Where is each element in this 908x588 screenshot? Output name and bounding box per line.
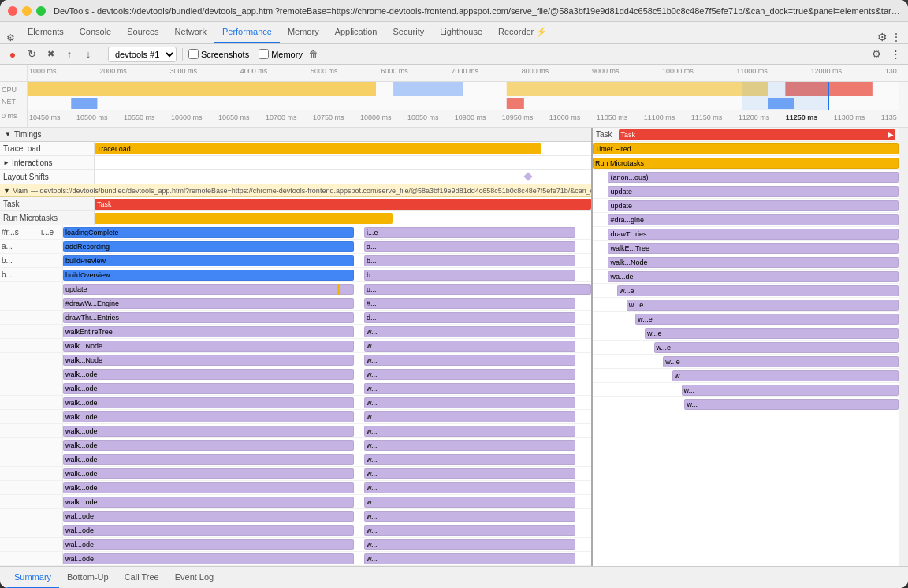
walk-block-left-13[interactable]: wal...ode [63, 553, 354, 564]
walk-block-right-2[interactable]: w... [364, 397, 575, 408]
walk-block-left-11[interactable]: wal...ode [63, 525, 354, 536]
interactions-content[interactable] [95, 156, 591, 169]
walk-block-right-10[interactable]: w... [364, 511, 575, 522]
right-walk-block-3[interactable]: w...e [645, 328, 899, 339]
tab-network[interactable]: Network [167, 21, 214, 43]
right-update1-block[interactable]: update [608, 186, 899, 197]
walk-block-left-9[interactable]: walk...ode [63, 497, 354, 508]
tab-lighthouse[interactable]: Lighthouse [432, 21, 490, 43]
timerfired-block[interactable]: Timer Fired [593, 143, 899, 154]
close-button[interactable] [8, 6, 17, 16]
more-icon[interactable]: ⋮ [891, 31, 902, 43]
walk-block-left-7[interactable]: walk...ode [63, 468, 354, 479]
trash-button[interactable]: 🗑 [306, 47, 322, 62]
microtasks-bar[interactable] [95, 213, 393, 224]
walk-block-right-8[interactable]: w... [364, 482, 575, 493]
w-block2[interactable]: w... [364, 341, 575, 352]
walk-block-left-10[interactable]: wal...ode [63, 511, 354, 522]
flame-scroll-area[interactable]: #r...s i...e loadingComplete i...e a... … [0, 225, 591, 566]
wade-block[interactable]: wa...de [608, 271, 899, 282]
right-task-bar[interactable]: Task ▶ [619, 129, 895, 140]
tab-application[interactable]: Application [327, 21, 385, 43]
right-walk-block-0[interactable]: w...e [617, 285, 899, 296]
tab-memory[interactable]: Memory [280, 21, 327, 43]
loading-complete-block[interactable]: loadingComplete [63, 227, 354, 238]
d-block[interactable]: d... [364, 312, 575, 323]
walk-block-right-6[interactable]: w... [364, 454, 575, 465]
walk-block-right-1[interactable]: w... [364, 383, 575, 394]
walk-block-left-8[interactable]: walk...ode [63, 482, 354, 493]
selection-highlight[interactable] [742, 82, 829, 110]
right-walknode-block[interactable]: walk...Node [608, 257, 899, 268]
right-walk-block-5[interactable]: w...e [663, 356, 899, 367]
walk-block-left-3[interactable]: walk...ode [63, 411, 354, 422]
right-walktree-block[interactable]: walkE...Tree [608, 243, 899, 254]
tab-bottomup[interactable]: Bottom-Up [59, 567, 117, 589]
right-walk-block-8[interactable]: w... [684, 399, 899, 410]
tab-security[interactable]: Security [385, 21, 432, 43]
walk-block-right-12[interactable]: w... [364, 539, 575, 550]
walk-block-right-0[interactable]: w... [364, 369, 575, 380]
walk-block-right-11[interactable]: w... [364, 525, 575, 536]
traceload-bar[interactable]: TraceLoad [95, 143, 541, 154]
walk-block-right-4[interactable]: w... [364, 426, 575, 437]
reload-button[interactable]: ↻ [24, 47, 39, 62]
ie-block[interactable]: i...e [364, 227, 575, 238]
walk-block-right-9[interactable]: w... [364, 497, 575, 508]
walktree-block[interactable]: walkEntireTree [63, 326, 354, 337]
drawentries-block[interactable]: drawThr...Entries [63, 312, 354, 323]
right-walk-block-1[interactable]: w...e [627, 300, 899, 311]
memory-checkbox[interactable] [259, 49, 269, 59]
walk-block-left-1[interactable]: walk...ode [63, 383, 354, 394]
settings-button[interactable]: ⚙ [869, 47, 884, 62]
record-button[interactable]: ● [5, 47, 20, 62]
settings-icon[interactable]: ⚙ [877, 31, 888, 43]
drawtries-block[interactable]: drawT...ries [608, 229, 899, 240]
screenshots-checkbox[interactable] [188, 49, 199, 59]
layout-shifts-content[interactable] [95, 170, 591, 184]
right-walk-block-2[interactable]: w...e [635, 314, 899, 325]
right-flame-area[interactable]: Timer Fired Run Microtasks (anon...ous) [593, 142, 899, 566]
right-walk-block-4[interactable]: w...e [654, 342, 899, 353]
anon-block[interactable]: (anon...ous) [608, 172, 899, 183]
tab-recorder[interactable]: Recorder ⚡ [490, 21, 555, 43]
hash-block[interactable]: #... [364, 298, 575, 309]
addrecording-block[interactable]: addRecording [63, 241, 354, 252]
clear-button[interactable]: ✖ [43, 47, 58, 62]
buildoverview-block[interactable]: buildOverview [63, 270, 354, 281]
tab-performance[interactable]: Performance [214, 21, 280, 43]
overview-canvas[interactable] [28, 82, 899, 110]
minimize-button[interactable] [22, 6, 32, 16]
right-microtasks-block[interactable]: Run Microtasks [593, 158, 899, 169]
b-block2[interactable]: b... [364, 270, 575, 281]
more-button[interactable]: ⋮ [888, 47, 903, 62]
devtools-icon[interactable]: ⚙ [6, 32, 15, 43]
walk-block-right-5[interactable]: w... [364, 440, 575, 451]
w-block1[interactable]: w... [364, 326, 575, 337]
right-update2-block[interactable]: update [608, 200, 899, 211]
tab-calltree[interactable]: Call Tree [117, 567, 167, 589]
b-block1[interactable]: b... [364, 255, 575, 266]
tab-elements[interactable]: Elements [20, 21, 72, 43]
drawengine-block[interactable]: #drawW...Engine [63, 298, 354, 309]
walk-block-left-4[interactable]: walk...ode [63, 426, 354, 437]
dragine-block[interactable]: #dra...gine [608, 214, 899, 225]
u-block[interactable]: u... [364, 284, 591, 295]
upload-button[interactable]: ↑ [61, 47, 77, 62]
right-walk-block-6[interactable]: w... [672, 370, 899, 381]
walknode2-block[interactable]: walk...Node [63, 355, 354, 366]
a-block[interactable]: a... [364, 241, 575, 252]
download-button[interactable]: ↓ [80, 47, 96, 62]
maximize-button[interactable] [36, 6, 46, 16]
task-bar[interactable]: Task [95, 199, 591, 210]
walk-block-left-6[interactable]: walk...ode [63, 454, 354, 465]
main-scrollbar[interactable] [899, 128, 908, 566]
walknode1-block[interactable]: walk...Node [63, 341, 354, 352]
tab-summary[interactable]: Summary [6, 567, 59, 589]
update1-block[interactable]: update [63, 284, 354, 295]
walk-block-right-3[interactable]: w... [364, 411, 575, 422]
walk-block-left-5[interactable]: walk...ode [63, 440, 354, 451]
tab-console[interactable]: Console [72, 21, 119, 43]
w-block3[interactable]: w... [364, 355, 575, 366]
target-select[interactable]: devtools #1 [108, 47, 177, 62]
